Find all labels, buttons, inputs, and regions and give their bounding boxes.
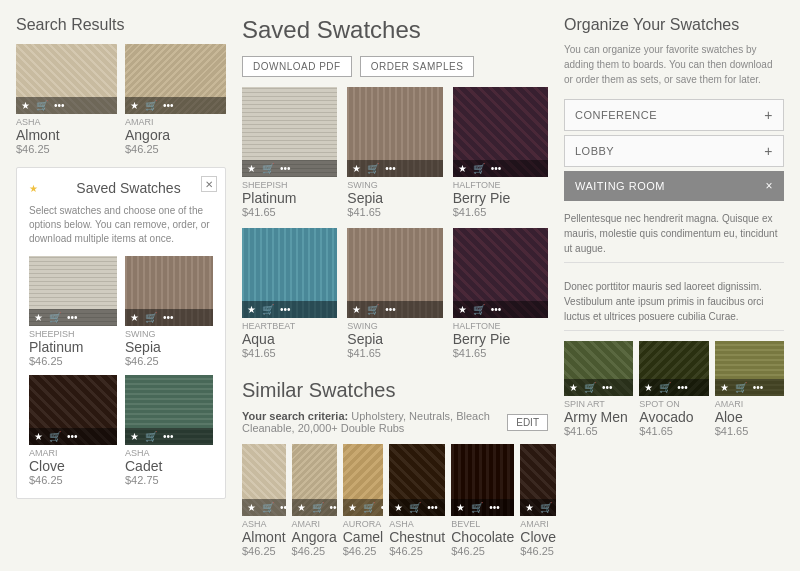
favorite-icon[interactable]: ★ <box>644 382 653 393</box>
cart-icon[interactable]: 🛒 <box>473 304 485 315</box>
cart-icon[interactable]: 🛒 <box>145 312 157 323</box>
expand-icon[interactable]: + <box>764 107 773 123</box>
expand-icon[interactable]: + <box>764 143 773 159</box>
download-pdf-button[interactable]: DOWNLOAD PDF <box>242 56 352 77</box>
more-icon[interactable]: ••• <box>163 312 174 323</box>
more-icon[interactable]: ••• <box>491 163 502 174</box>
cart-icon[interactable]: 🛒 <box>36 100 48 111</box>
favorite-icon[interactable]: ★ <box>352 304 361 315</box>
swatch-card[interactable]: ★🛒•••AMARIAngora$46.25 <box>125 44 226 155</box>
cart-icon[interactable]: 🛒 <box>145 431 157 442</box>
cart-icon[interactable]: 🛒 <box>659 382 671 393</box>
more-icon[interactable]: ••• <box>602 382 613 393</box>
swatch-card[interactable]: ★🛒•••ASHAChestnut$46.25 <box>389 444 445 557</box>
favorite-icon[interactable]: ★ <box>394 502 403 513</box>
swatch-card[interactable]: ★🛒•••AURORACamel$46.25 <box>343 444 383 557</box>
swatch-actions-bar: ★🛒••• <box>292 499 337 516</box>
swatch-card[interactable]: ★🛒•••SHEEPISHPlatinum$46.25 <box>29 256 117 367</box>
swatch-thumbnail: ★🛒••• <box>29 375 117 445</box>
cart-icon[interactable]: 🛒 <box>367 163 379 174</box>
more-icon[interactable]: ••• <box>54 100 65 111</box>
board-notes-1: Pellentesque nec hendrerit magna. Quisqu… <box>564 205 784 263</box>
more-icon[interactable]: ••• <box>381 502 383 513</box>
swatch-card[interactable]: ★🛒•••SPIN ARTArmy Men$41.65 <box>564 341 633 437</box>
board-item[interactable]: WAITING ROOM× <box>564 171 784 201</box>
swatch-card[interactable]: ★🛒•••SWINGSepia$41.65 <box>347 228 442 359</box>
more-icon[interactable]: ••• <box>753 382 764 393</box>
order-samples-button[interactable]: ORDER SAMPLES <box>360 56 475 77</box>
swatch-card[interactable]: ★🛒•••ASHAAlmont$46.25 <box>242 444 286 557</box>
swatch-card[interactable]: ★🛒•••SPOT ONAvocado$41.65 <box>639 341 708 437</box>
more-icon[interactable]: ••• <box>385 304 396 315</box>
swatch-card[interactable]: ★🛒•••SWINGSepia$46.25 <box>125 256 213 367</box>
more-icon[interactable]: ••• <box>330 502 337 513</box>
cart-icon[interactable]: 🛒 <box>312 502 324 513</box>
more-icon[interactable]: ••• <box>67 431 78 442</box>
favorite-icon[interactable]: ★ <box>348 502 357 513</box>
swatch-card[interactable]: ★🛒•••AMARIAngora$46.25 <box>292 444 337 557</box>
board-item[interactable]: LOBBY+ <box>564 135 784 167</box>
cart-icon[interactable]: 🛒 <box>735 382 747 393</box>
more-icon[interactable]: ••• <box>491 304 502 315</box>
favorite-icon[interactable]: ★ <box>130 431 139 442</box>
cart-icon[interactable]: 🛒 <box>540 502 552 513</box>
swatch-card[interactable]: ★🛒•••HEARTBEATAqua$41.65 <box>242 228 337 359</box>
cart-icon[interactable]: 🛒 <box>367 304 379 315</box>
swatch-price: $46.25 <box>16 143 117 155</box>
swatch-card[interactable]: ★🛒•••SWINGSepia$41.65 <box>347 87 442 218</box>
edit-criteria-button[interactable]: EDIT <box>507 414 548 431</box>
swatch-card[interactable]: ★🛒•••ASHACadet$42.75 <box>125 375 213 486</box>
favorite-icon[interactable]: ★ <box>720 382 729 393</box>
board-item[interactable]: CONFERENCE+ <box>564 99 784 131</box>
favorite-icon[interactable]: ★ <box>247 304 256 315</box>
more-icon[interactable]: ••• <box>427 502 438 513</box>
collapse-icon[interactable]: × <box>765 179 773 193</box>
cart-icon[interactable]: 🛒 <box>49 312 61 323</box>
swatch-name: Sepia <box>125 339 213 355</box>
favorite-icon[interactable]: ★ <box>525 502 534 513</box>
favorite-icon[interactable]: ★ <box>247 502 256 513</box>
more-icon[interactable]: ••• <box>677 382 688 393</box>
cart-icon[interactable]: 🛒 <box>473 163 485 174</box>
favorite-icon[interactable]: ★ <box>21 100 30 111</box>
more-icon[interactable]: ••• <box>385 163 396 174</box>
favorite-icon[interactable]: ★ <box>352 163 361 174</box>
cart-icon[interactable]: 🛒 <box>262 502 274 513</box>
favorite-icon[interactable]: ★ <box>297 502 306 513</box>
more-icon[interactable]: ••• <box>163 100 174 111</box>
swatch-card[interactable]: ★🛒•••HALFTONEBerry Pie$41.65 <box>453 87 548 218</box>
swatch-card[interactable]: ★🛒•••AMARIClove$46.25 <box>520 444 556 557</box>
swatch-card[interactable]: ★🛒•••AMARIClove$46.25 <box>29 375 117 486</box>
swatch-card[interactable]: ★🛒•••SHEEPISHPlatinum$41.65 <box>242 87 337 218</box>
swatch-card[interactable]: ★🛒•••HALFTONEBerry Pie$41.65 <box>453 228 548 359</box>
favorite-icon[interactable]: ★ <box>34 431 43 442</box>
cart-icon[interactable]: 🛒 <box>262 163 274 174</box>
cart-icon[interactable]: 🛒 <box>145 100 157 111</box>
cart-icon[interactable]: 🛒 <box>49 431 61 442</box>
cart-icon[interactable]: 🛒 <box>471 502 483 513</box>
favorite-icon[interactable]: ★ <box>130 312 139 323</box>
popup-close-button[interactable]: ✕ <box>201 176 217 192</box>
cart-icon[interactable]: 🛒 <box>363 502 375 513</box>
favorite-icon[interactable]: ★ <box>569 382 578 393</box>
swatch-card[interactable]: ★🛒•••ASHAAlmont$46.25 <box>16 44 117 155</box>
favorite-icon[interactable]: ★ <box>458 304 467 315</box>
swatch-card[interactable]: ★🛒•••BEVELChocolate$46.25 <box>451 444 514 557</box>
swatch-price: $41.65 <box>347 206 442 218</box>
more-icon[interactable]: ••• <box>489 502 500 513</box>
more-icon[interactable]: ••• <box>280 304 291 315</box>
cart-icon[interactable]: 🛒 <box>584 382 596 393</box>
swatch-card[interactable]: ★🛒•••AMARIAloe$41.65 <box>715 341 784 437</box>
cart-icon[interactable]: 🛒 <box>409 502 421 513</box>
swatch-brand: SPOT ON <box>639 399 708 409</box>
favorite-icon[interactable]: ★ <box>247 163 256 174</box>
more-icon[interactable]: ••• <box>163 431 174 442</box>
favorite-icon[interactable]: ★ <box>130 100 139 111</box>
favorite-icon[interactable]: ★ <box>456 502 465 513</box>
favorite-icon[interactable]: ★ <box>458 163 467 174</box>
more-icon[interactable]: ••• <box>67 312 78 323</box>
more-icon[interactable]: ••• <box>280 502 286 513</box>
cart-icon[interactable]: 🛒 <box>262 304 274 315</box>
favorite-icon[interactable]: ★ <box>34 312 43 323</box>
more-icon[interactable]: ••• <box>280 163 291 174</box>
